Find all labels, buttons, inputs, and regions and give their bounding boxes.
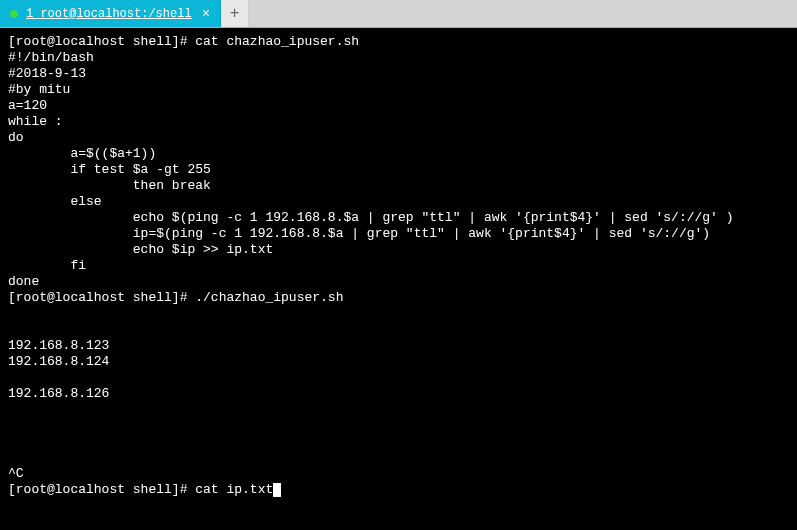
- tab-active[interactable]: 1 root@localhost:/shell ×: [0, 0, 221, 27]
- terminal-output[interactable]: [root@localhost shell]# cat chazhao_ipus…: [0, 28, 797, 530]
- terminal-line: #2018-9-13: [8, 66, 86, 81]
- terminal-line: ip=$(ping -c 1 192.168.8.$a | grep "ttl"…: [8, 226, 710, 241]
- terminal-line: then break: [8, 178, 211, 193]
- terminal-line: a=120: [8, 98, 47, 113]
- terminal-line: fi: [8, 258, 86, 273]
- terminal-line: #by mitu: [8, 82, 70, 97]
- terminal-line: a=$(($a+1)): [8, 146, 156, 161]
- terminal-cursor: [273, 483, 281, 497]
- terminal-line: 192.168.8.123: [8, 338, 109, 353]
- terminal-line: [root@localhost shell]# cat chazhao_ipus…: [8, 34, 359, 49]
- terminal-line: done: [8, 274, 39, 289]
- terminal-line: echo $ip >> ip.txt: [8, 242, 273, 257]
- new-tab-button[interactable]: +: [221, 0, 249, 27]
- terminal-line: if test $a -gt 255: [8, 162, 211, 177]
- terminal-line: do: [8, 130, 24, 145]
- terminal-line: 192.168.8.126: [8, 386, 109, 401]
- tab-bar: 1 root@localhost:/shell × +: [0, 0, 797, 28]
- terminal-line: 192.168.8.124: [8, 354, 109, 369]
- terminal-line: [root@localhost shell]# cat ip.txt: [8, 482, 273, 497]
- terminal-line: ^C: [8, 466, 24, 481]
- tab-title: 1 root@localhost:/shell: [26, 7, 192, 21]
- close-icon[interactable]: ×: [200, 7, 212, 21]
- terminal-line: echo $(ping -c 1 192.168.8.$a | grep "tt…: [8, 210, 734, 225]
- connection-status-icon: [10, 10, 18, 18]
- terminal-line: #!/bin/bash: [8, 50, 94, 65]
- terminal-line: while :: [8, 114, 63, 129]
- terminal-line: else: [8, 194, 102, 209]
- terminal-line: [root@localhost shell]# ./chazhao_ipuser…: [8, 290, 343, 305]
